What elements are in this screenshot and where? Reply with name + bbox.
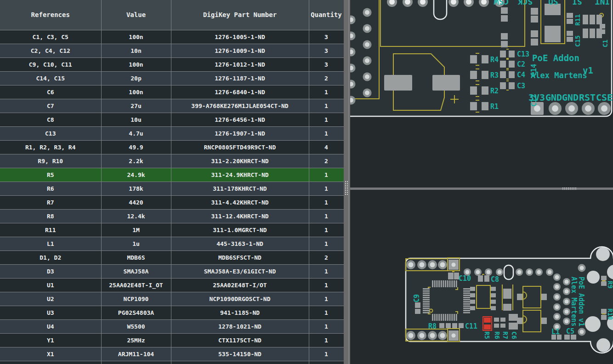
ibom-app: References Value DigiKey Part Number Qua… — [0, 0, 613, 364]
column-header-value[interactable]: Value — [101, 0, 171, 30]
table-cell: 311-2.20KHRCT-ND — [171, 154, 309, 168]
pin-label-gnd2: GND — [562, 92, 579, 103]
table-cell: 1 — [309, 195, 344, 209]
table-row[interactable]: C14, C1520p1276-1187-1-ND2 — [0, 71, 344, 85]
table-cell: MDB6S — [101, 250, 171, 264]
column-header-part-number[interactable]: DigiKey Part Number — [171, 0, 309, 30]
pin-label-rst: RST — [579, 92, 596, 103]
pin-label-sck: SCK — [518, 0, 533, 6]
table-row[interactable]: R812.4k311-12.4KHRCT-ND1 — [0, 209, 344, 223]
svg-text:C6: C6 — [511, 331, 518, 339]
board-author: Alex Martens — [570, 277, 578, 326]
table-row[interactable]: R524.9k311-24.9KHRCT-ND1 — [0, 168, 344, 182]
u2-pad — [503, 304, 511, 311]
table-row[interactable]: D3SMAJ58ASMAJ58A-E3/61GICT-ND1 — [0, 264, 344, 278]
table-cell: 1 — [309, 182, 344, 195]
column-header-quantity[interactable]: Quantity — [309, 0, 344, 30]
table-cell: R5 — [0, 168, 101, 182]
table-cell: 4420 — [101, 195, 171, 209]
table-row[interactable]: R74420311-4.42KHRCT-ND1 — [0, 195, 344, 209]
column-header-references[interactable]: References — [0, 0, 101, 30]
c7-pad — [384, 75, 412, 91]
table-cell: 1 — [309, 237, 344, 250]
svg-text:R2: R2 — [490, 87, 499, 95]
table-cell: 311-4.42KHRCT-ND — [171, 195, 309, 209]
table-cell: 1 — [309, 126, 344, 140]
table-row[interactable]: C727u399-A768KE276M1JLAE054CT-ND1 — [0, 99, 344, 113]
table-row[interactable]: R111M311-1.0MGRCT-ND1 — [0, 223, 344, 237]
svg-text:R7: R7 — [502, 331, 509, 339]
table-row[interactable]: R9, R102.2k311-2.20KHRCT-ND2 — [0, 154, 344, 168]
table-row[interactable]: U3PG02S4803A941-1185-ND1 — [0, 306, 344, 319]
table-row[interactable]: C9, C10, C11100n1276-1012-1-ND3 — [0, 57, 344, 71]
table-row[interactable]: C134.7u1276-1907-1-ND1 — [0, 126, 344, 140]
table-cell: 1 — [309, 292, 344, 306]
table-cell: R6 — [0, 182, 101, 195]
table-row[interactable]: C1, C3, C5100n1276-1005-1-ND3 — [0, 30, 344, 44]
table-row[interactable]: C6100n1276-6840-1-ND1 — [0, 85, 344, 99]
table-cell: U4 — [0, 319, 101, 333]
table-cell: 4.7u — [101, 126, 171, 140]
table-cell — [101, 361, 171, 364]
table-row[interactable]: D1, D2MDB6SMDB6SFSCT-ND2 — [0, 250, 344, 264]
table-cell: 4 — [309, 140, 344, 154]
table-row[interactable]: X1ARJM11-104535-14150-ND1 — [0, 347, 344, 361]
table-cell: 1 — [309, 168, 344, 182]
table-cell: 25MHz — [101, 333, 171, 347]
table-row — [0, 361, 344, 364]
table-cell: 1u — [101, 237, 171, 250]
table-cell: 1276-1009-1-ND — [171, 44, 309, 57]
table-cell: 1 — [309, 99, 344, 113]
table-cell: D3 — [0, 264, 101, 278]
table-row[interactable]: U125AA02E48T-I_OT25AA02E48T-I/OT1 — [0, 278, 344, 292]
table-cell: SMAJ58A — [101, 264, 171, 278]
table-cell: U3 — [0, 306, 101, 319]
pin-label-si: SI — [572, 0, 582, 6]
table-row[interactable]: R6178k311-178KHRCT-ND1 — [0, 182, 344, 195]
pcb-back-view[interactable]: C9 C10 C8 R8 C11 R5 R6 R7 C6 L1 C5 R9 R1… — [350, 190, 613, 364]
table-cell: 10n — [101, 44, 171, 57]
table-cell: U1 — [0, 278, 101, 292]
table-cell: 1 — [309, 306, 344, 319]
table-cell: R1, R2, R3, R4 — [0, 140, 101, 154]
table-row[interactable]: U4W55001278-1021-ND1 — [0, 319, 344, 333]
table-cell: 445-3163-1-ND — [171, 237, 309, 250]
table-cell: CTX1175CT-ND — [171, 333, 309, 347]
pin-label-3v3: 3V3 — [528, 92, 545, 103]
svg-text:C2: C2 — [517, 60, 525, 68]
svg-text:R10: R10 — [607, 308, 613, 320]
table-cell: SMAJ58A-E3/61GICT-ND — [171, 264, 309, 278]
table-cell: 2 — [309, 154, 344, 168]
table-cell: 25AA02E48T-I/OT — [171, 278, 309, 292]
table-row[interactable]: R1, R2, R3, R449.9RNCP0805FTD49R9CT-ND4 — [0, 140, 344, 154]
table-row[interactable]: U2NCP1090NCP1090DRGOSCT-ND1 — [0, 292, 344, 306]
table-cell: W5500 — [101, 319, 171, 333]
table-row[interactable]: C810u1276-6456-1-ND1 — [0, 113, 344, 126]
svg-text:R6: R6 — [494, 331, 501, 339]
table-cell: 24.9k — [101, 168, 171, 182]
table-cell: 311-178KHRCT-ND — [171, 182, 309, 195]
table-cell: 25AA02E48T-I_OT — [101, 278, 171, 292]
table-cell: 12.4k — [101, 209, 171, 223]
svg-text:C5: C5 — [566, 327, 574, 336]
table-cell: R9, R10 — [0, 154, 101, 168]
table-cell: 1 — [309, 347, 344, 361]
table-cell: 1 — [309, 333, 344, 347]
svg-text:R4: R4 — [490, 56, 499, 64]
table-cell: 1 — [309, 85, 344, 99]
table-cell: 2.2k — [101, 154, 171, 168]
c7-pad — [432, 75, 460, 91]
table-cell: ARJM11-104 — [101, 347, 171, 361]
table-row[interactable]: L11u445-3163-1-ND1 — [0, 237, 344, 250]
table-cell: NCP1090 — [101, 292, 171, 306]
pcb-front-view[interactable]: R4 R3 R2 R1 C13 C2 C4 C3 C14 C12 C15 R11… — [350, 0, 613, 188]
svg-text:C9: C9 — [413, 294, 421, 302]
vertical-splitter[interactable] — [344, 0, 350, 364]
table-cell: U2 — [0, 292, 101, 306]
table-row[interactable]: C2, C4, C1210n1276-1009-1-ND3 — [0, 44, 344, 57]
table-row[interactable]: Y125MHzCTX1175CT-ND1 — [0, 333, 344, 347]
svg-text:C3: C3 — [517, 82, 525, 90]
u3-pad — [545, 26, 561, 42]
table-cell: 49.9 — [101, 140, 171, 154]
table-cell: R7 — [0, 195, 101, 209]
